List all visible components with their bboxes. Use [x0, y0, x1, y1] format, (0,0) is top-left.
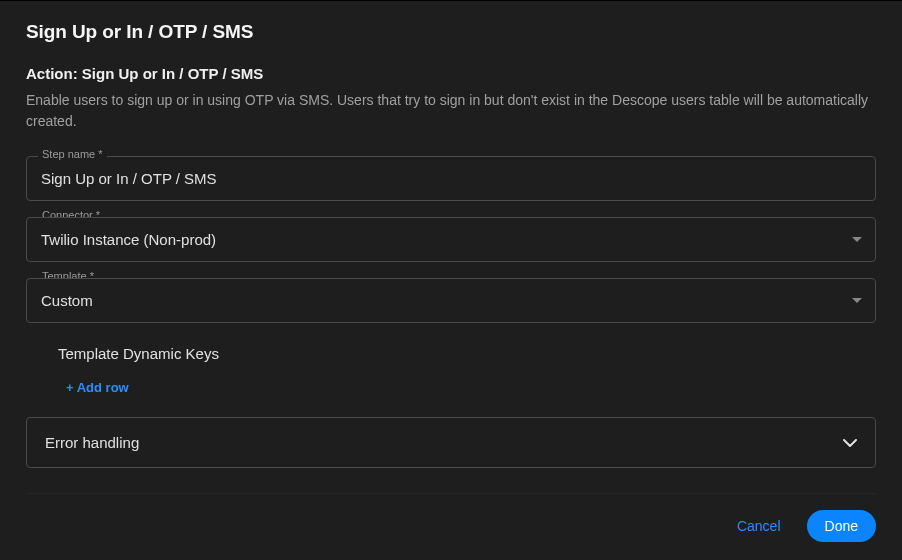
error-handling-accordion[interactable]: Error handling	[26, 417, 876, 468]
action-modal: Sign Up or In / OTP / SMS Action: Sign U…	[0, 0, 902, 560]
action-subtitle: Action: Sign Up or In / OTP / SMS	[26, 65, 876, 82]
step-name-input[interactable]	[26, 156, 876, 201]
cancel-button[interactable]: Cancel	[729, 510, 789, 542]
error-handling-label: Error handling	[45, 434, 139, 451]
action-description: Enable users to sign up or in using OTP …	[26, 90, 876, 132]
template-select[interactable]: Custom	[26, 278, 876, 323]
page-title: Sign Up or In / OTP / SMS	[26, 21, 876, 43]
step-name-label: Step name *	[38, 148, 107, 160]
connector-field: Connector * Twilio Instance (Non-prod)	[26, 217, 876, 262]
connector-select[interactable]: Twilio Instance (Non-prod)	[26, 217, 876, 262]
step-name-field: Step name *	[26, 156, 876, 201]
done-button[interactable]: Done	[807, 510, 876, 542]
add-row-button[interactable]: + Add row	[66, 380, 129, 395]
form-content: Action: Sign Up or In / OTP / SMS Enable…	[26, 65, 876, 493]
template-field: Template * Custom	[26, 278, 876, 323]
template-dynamic-keys-heading: Template Dynamic Keys	[58, 345, 876, 362]
modal-footer: Cancel Done	[26, 493, 876, 560]
chevron-down-icon	[843, 439, 857, 447]
